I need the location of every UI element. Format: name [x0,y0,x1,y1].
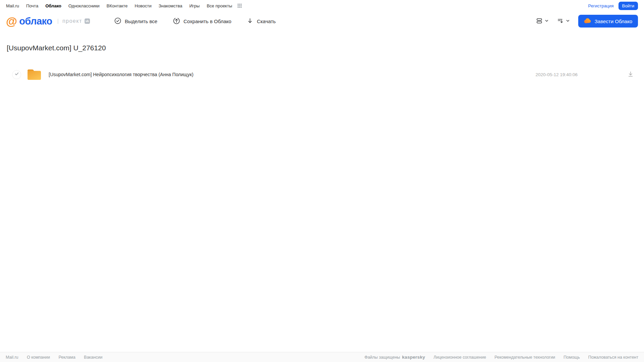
kaspersky-protection: Файлы защищены kaspersky [364,355,425,360]
footer-link-mailru[interactable]: Mail.ru [6,355,18,360]
footer-link-about[interactable]: О компании [27,355,50,360]
create-cloud-label: Завести Облако [595,18,632,24]
footer-link-recommendations[interactable]: Рекомендательные технологии [494,355,555,360]
save-to-cloud-button[interactable]: Сохранить в Облако [173,17,232,25]
footer-right-links: Файлы защищены kaspersky Лицензионное со… [364,355,638,360]
vk-badge-icon: vk [85,18,90,24]
arrow-down-icon [247,17,253,25]
footer-link-jobs[interactable]: Вакансии [84,355,102,360]
cloud-logo-text: облако [19,16,52,27]
nav-all-projects[interactable]: Все проекты [207,3,232,8]
download-button[interactable]: Скачать [247,17,276,25]
grid-dots-icon[interactable] [237,3,242,8]
kaspersky-logo[interactable]: kaspersky [402,355,425,360]
sort-dropdown[interactable] [557,17,570,25]
file-name-link[interactable]: [UsupovMarket.com] Нейропсихология творч… [49,72,193,77]
create-cloud-button[interactable]: Завести Облако [578,15,638,28]
logo-separator: | [57,18,58,24]
nav-games[interactable]: Игры [189,3,200,8]
nav-odnoklassniki[interactable]: Одноклассники [68,3,100,8]
registration-link[interactable]: Регистрация [588,3,614,8]
cloud-icon [584,18,591,24]
nav-vkontakte[interactable]: ВКонтакте [107,3,128,8]
file-row[interactable]: [UsupovMarket.com] Нейропсихология творч… [0,66,644,83]
file-download-button[interactable] [627,71,634,79]
cloud-upload-icon [173,17,180,25]
save-to-cloud-label: Сохранить в Облако [184,18,232,24]
toolbar-actions: Выделить все Сохранить в Облако Скачать [114,17,291,25]
footer-left-links: Mail.ru О компании Реклама Вакансии [6,355,110,360]
protected-label: Файлы защищены [364,355,400,360]
select-all-label: Выделить все [125,18,157,24]
chevron-down-icon [544,18,549,24]
nav-cloud[interactable]: Облако [45,3,61,8]
portal-nav: Mail.ru Почта Облако Одноклассники ВКонт… [0,0,644,11]
footer-link-ads[interactable]: Реклама [58,355,75,360]
check-circle-icon [114,17,121,25]
nav-mail[interactable]: Почта [26,3,38,8]
nav-mailru[interactable]: Mail.ru [6,3,19,8]
cloud-header: @ облако | проект vk Выделить все [0,11,644,31]
chevron-down-icon [565,18,570,24]
project-label: проект [62,18,82,24]
footer: Mail.ru О компании Реклама Вакансии Файл… [0,352,644,362]
login-button[interactable]: Войти [618,2,638,10]
nav-dating[interactable]: Знакомства [158,3,182,8]
view-list-icon [536,17,543,25]
view-mode-dropdown[interactable] [536,17,549,25]
sort-icon [557,17,564,25]
download-label: Скачать [257,18,276,24]
footer-link-help[interactable]: Помощь [563,355,580,360]
cloud-logo[interactable]: @ облако | проект vk [6,15,90,27]
file-date: 2020-05-12 19:40:06 [536,72,578,77]
footer-link-license[interactable]: Лицензионное соглашение [434,355,486,360]
header-right-controls: Завести Облако [536,15,638,28]
page-title: [UsupovMarket.com] U_276120 [7,43,644,53]
main-content: [UsupovMarket.com] U_276120 [ [0,43,644,83]
nav-news[interactable]: Новости [135,3,151,8]
download-icon [627,71,634,79]
mailru-at-icon: @ [6,15,17,27]
footer-link-report[interactable]: Пожаловаться на контент [588,355,638,360]
file-checkbox[interactable] [12,70,21,79]
select-all-button[interactable]: Выделить все [114,17,157,25]
folder-icon [27,68,42,81]
check-icon [14,71,19,77]
